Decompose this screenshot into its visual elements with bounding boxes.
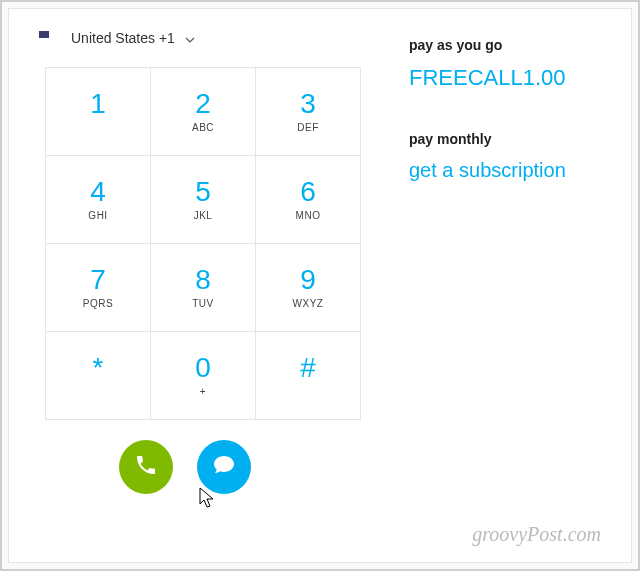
letters: ABC <box>192 122 214 134</box>
phone-icon <box>134 453 158 481</box>
us-flag-icon <box>39 31 61 45</box>
chevron-down-icon <box>185 29 195 47</box>
key-4[interactable]: 4GHI <box>46 156 151 244</box>
key-8[interactable]: 8TUV <box>151 244 256 332</box>
letters: MNO <box>296 210 321 222</box>
country-selector[interactable]: United States +1 <box>39 29 379 47</box>
digit: 0 <box>195 353 211 384</box>
letters: + <box>200 386 206 398</box>
key-hash[interactable]: # <box>256 332 361 420</box>
key-7[interactable]: 7PQRS <box>46 244 151 332</box>
letters: DEF <box>297 122 319 134</box>
letters: GHI <box>88 210 107 222</box>
payg-label: pay as you go <box>409 37 601 53</box>
chat-button[interactable] <box>197 440 251 494</box>
digit: 5 <box>195 177 211 208</box>
key-3[interactable]: 3DEF <box>256 68 361 156</box>
digit: 6 <box>300 177 316 208</box>
letters: TUV <box>192 298 214 310</box>
letters: JKL <box>194 210 213 222</box>
call-button[interactable] <box>119 440 173 494</box>
watermark: groovyPost.com <box>472 523 601 546</box>
digit: 4 <box>90 177 106 208</box>
key-star[interactable]: * <box>46 332 151 420</box>
key-6[interactable]: 6MNO <box>256 156 361 244</box>
digit: 9 <box>300 265 316 296</box>
key-9[interactable]: 9WXYZ <box>256 244 361 332</box>
digit: 2 <box>195 89 211 120</box>
key-5[interactable]: 5JKL <box>151 156 256 244</box>
digit: 8 <box>195 265 211 296</box>
digit: 7 <box>90 265 106 296</box>
key-0[interactable]: 0+ <box>151 332 256 420</box>
digit: * <box>93 353 104 384</box>
monthly-label: pay monthly <box>409 131 601 147</box>
letters: WXYZ <box>293 298 324 310</box>
digit: # <box>300 353 316 384</box>
country-label: United States +1 <box>71 30 175 46</box>
digit: 1 <box>90 89 106 120</box>
key-2[interactable]: 2ABC <box>151 68 256 156</box>
chat-icon <box>212 453 236 481</box>
dialpad: 1 2ABC 3DEF 4GHI 5JKL 6MNO 7PQRS 8TUV 9W… <box>45 67 361 420</box>
credit-balance-link[interactable]: FREECALL1.00 <box>409 65 601 91</box>
subscription-link[interactable]: get a subscription <box>409 159 566 181</box>
key-1[interactable]: 1 <box>46 68 151 156</box>
digit: 3 <box>300 89 316 120</box>
letters: PQRS <box>83 298 113 310</box>
